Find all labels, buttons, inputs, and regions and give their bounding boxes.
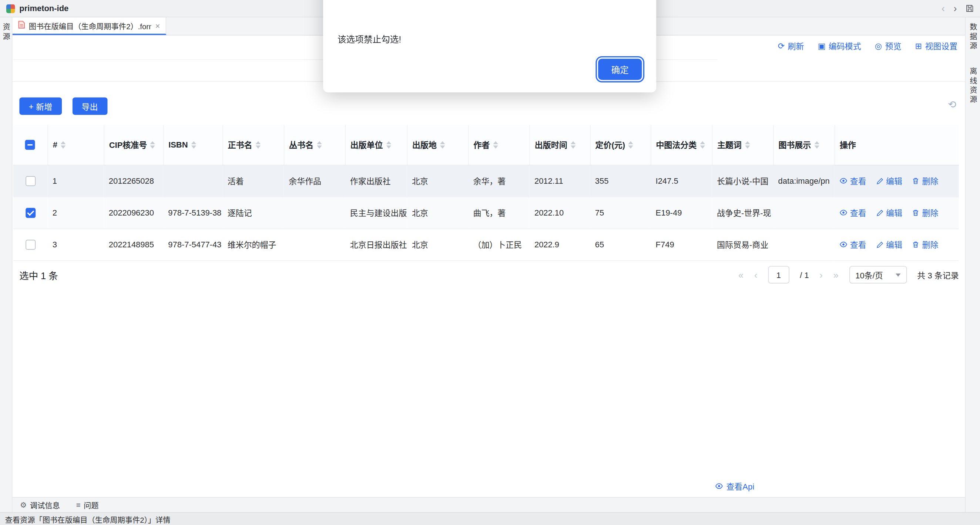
right-rail: 数据源 离线资源 xyxy=(965,17,980,512)
column-header-ops: 操作 xyxy=(835,125,959,165)
issues-button[interactable]: ≡ 问题 xyxy=(76,500,99,510)
sidebar-item-datasource[interactable]: 数据源 xyxy=(967,23,978,51)
code-icon: ▣ xyxy=(818,42,826,50)
refresh-button[interactable]: ⟳ 刷新 xyxy=(778,40,804,52)
next-page-button[interactable]: › xyxy=(819,270,822,279)
table-actions: + 新增 导出 xyxy=(19,97,107,114)
view-api-link[interactable]: 查看Api xyxy=(715,480,754,492)
row-checkbox[interactable] xyxy=(25,240,35,249)
sort-icon[interactable] xyxy=(317,141,321,148)
cell-index: 3 xyxy=(48,228,103,260)
export-button[interactable]: 导出 xyxy=(72,97,107,114)
row-checkbox[interactable] xyxy=(25,176,35,186)
select-all-checkbox[interactable] xyxy=(25,140,35,150)
column-header-cip: CIP核准号 xyxy=(103,125,163,165)
tab-label: 图书在版编目（生命周期事件2）.formx xyxy=(29,20,152,31)
cell-subject: 战争史-世界-现 xyxy=(712,197,773,228)
view-link[interactable]: 查看 xyxy=(839,238,866,250)
sort-icon[interactable] xyxy=(60,141,65,148)
chevron-down-icon xyxy=(895,273,900,276)
cell-place: 北京 xyxy=(407,197,468,228)
cell-title: 维米尔的帽子 xyxy=(223,228,284,260)
cell-publisher: 作家出版社 xyxy=(345,165,407,197)
page-size-select[interactable]: 10条/页 xyxy=(849,266,906,283)
cell-index: 2 xyxy=(48,197,103,228)
view-link[interactable]: 查看 xyxy=(839,207,866,219)
cell-place: 北京 xyxy=(407,228,468,260)
eye-icon xyxy=(715,482,723,490)
edit-link[interactable]: 编辑 xyxy=(876,239,902,251)
column-header-index: # xyxy=(48,125,103,165)
last-page-button[interactable]: » xyxy=(833,270,838,279)
cell-series xyxy=(284,228,345,260)
application-window: primeton-ide ‹ › 资源 图书在版编目（生命周期事件2）.form… xyxy=(0,0,980,525)
delete-link[interactable]: 删除 xyxy=(912,174,938,186)
back-icon[interactable]: ‹ xyxy=(942,3,945,13)
preview-button[interactable]: ◎ 预览 xyxy=(875,40,902,52)
column-header-series: 丛书名 xyxy=(284,125,345,165)
cell-place: 北京 xyxy=(407,165,468,197)
forward-icon[interactable]: › xyxy=(954,3,957,13)
table-refresh-icon[interactable]: ⟲ xyxy=(948,100,956,110)
first-page-button[interactable]: « xyxy=(738,270,743,279)
tab-close-icon[interactable]: × xyxy=(156,21,160,30)
titlebar-actions: ‹ › xyxy=(942,3,974,13)
selection-count: 选中 1 条 xyxy=(19,268,58,281)
table-row: 3 2022148985 978-7-5477-43 维米尔的帽子 北京日报出版… xyxy=(13,228,959,260)
cell-subject: 长篇小说-中国 xyxy=(712,165,773,197)
cell-index: 1 xyxy=(48,165,103,197)
sort-icon[interactable] xyxy=(700,141,705,148)
code-mode-button[interactable]: ▣ 编码模式 xyxy=(818,40,861,52)
cell-price: 355 xyxy=(590,165,651,197)
sort-icon[interactable] xyxy=(745,141,750,148)
cell-clc: E19-49 xyxy=(651,197,712,228)
column-header-place: 出版地 xyxy=(407,125,468,165)
sort-icon[interactable] xyxy=(570,141,576,148)
column-header-clc: 中图法分类 xyxy=(651,125,712,165)
cell-title: 活着 xyxy=(223,165,284,197)
file-icon xyxy=(18,21,25,31)
ok-button[interactable]: 确定 xyxy=(598,59,642,80)
sidebar-item-resources[interactable]: 资源 xyxy=(1,23,11,42)
cell-cover xyxy=(773,197,835,228)
edit-link[interactable]: 编辑 xyxy=(876,175,902,187)
tab-book-cip-form[interactable]: 图书在版编目（生命周期事件2）.formx × xyxy=(13,17,166,35)
delete-link[interactable]: 删除 xyxy=(912,238,938,250)
prev-page-button[interactable]: ‹ xyxy=(754,270,757,279)
sort-icon[interactable] xyxy=(440,141,445,148)
view-link[interactable]: 查看 xyxy=(839,174,866,186)
edit-link[interactable]: 编辑 xyxy=(876,207,902,219)
column-header-pubdate: 出版时间 xyxy=(529,125,590,165)
cell-price: 75 xyxy=(590,197,651,228)
debug-info-button[interactable]: ⚙ 调试信息 xyxy=(20,500,60,510)
sort-icon[interactable] xyxy=(191,141,196,148)
table-header-row: # CIP核准号 ISBN 正书名 丛书名 出版单位 出版地 作者 出版时间 定… xyxy=(13,125,959,165)
cell-price: 65 xyxy=(590,228,651,260)
cell-clc: I247.5 xyxy=(651,165,712,197)
table-row: 2 2022096230 978-7-5139-38 逐陆记 民主与建设出版 北… xyxy=(13,197,959,228)
delete-link[interactable]: 删除 xyxy=(912,207,938,219)
sort-icon[interactable] xyxy=(628,141,633,148)
column-header-subject: 主题词 xyxy=(712,125,773,165)
sort-icon[interactable] xyxy=(386,141,391,148)
column-header-isbn: ISBN xyxy=(163,125,223,165)
sort-icon[interactable] xyxy=(255,141,261,148)
column-header-cover: 图书展示 xyxy=(773,125,835,165)
row-checkbox[interactable] xyxy=(25,208,35,218)
column-header-publisher: 出版单位 xyxy=(345,125,407,165)
sort-icon[interactable] xyxy=(493,141,498,148)
view-settings-button[interactable]: ⊞ 视图设置 xyxy=(915,40,958,52)
save-icon[interactable] xyxy=(966,5,974,13)
page-input[interactable] xyxy=(768,266,789,283)
cell-subject: 国际贸易-商业 xyxy=(712,228,773,260)
cell-cip: 2022148985 xyxy=(103,228,163,260)
column-header-author: 作者 xyxy=(468,125,530,165)
cell-pubdate: 2012.11 xyxy=(529,165,590,197)
table-row: 1 2012265028 活着 余华作品 作家出版社 北京 余华，著 2012.… xyxy=(13,165,959,197)
add-button[interactable]: + 新增 xyxy=(19,97,61,114)
sort-icon[interactable] xyxy=(150,141,156,148)
column-header-price: 定价(元) xyxy=(590,125,651,165)
sort-icon[interactable] xyxy=(814,141,819,148)
cell-isbn: 978-7-5477-43 xyxy=(163,228,223,260)
sidebar-item-offline-resources[interactable]: 离线资源 xyxy=(967,67,978,105)
